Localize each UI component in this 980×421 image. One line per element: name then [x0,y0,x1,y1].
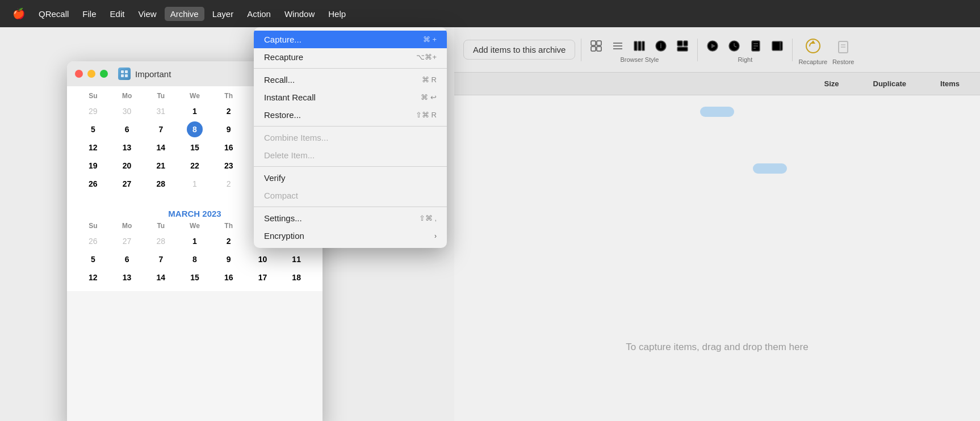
cal-day[interactable]: 15 [187,270,203,285]
cal-day[interactable]: 29 [85,103,101,119]
cal-day[interactable]: 26 [85,233,101,249]
cal-day[interactable]: 6 [119,251,135,267]
cal-day[interactable]: 18 [288,270,304,285]
recapture-icon-btn[interactable] [799,35,827,57]
cal-day[interactable]: 6 [119,121,135,137]
menu-item-capture-label: Capture... [264,35,301,44]
menu-view[interactable]: View [132,7,162,21]
menu-item-compact-label: Compact [264,191,298,200]
chevron-right-icon: › [434,232,437,240]
cal-day[interactable]: 1 [187,103,203,119]
cal-day[interactable]: 20 [119,158,135,174]
svg-rect-6 [597,41,601,45]
menu-layer[interactable]: Layer [207,7,240,21]
cal-day[interactable]: 7 [153,251,169,267]
info-icon-btn[interactable]: i [652,37,670,55]
menu-item-recall[interactable]: Recall... ⌘ R [254,71,447,89]
cal-day[interactable]: 28 [153,233,169,249]
col-header-items: Items [940,79,960,88]
menu-edit[interactable]: Edit [104,7,131,21]
cal-day-today[interactable]: 8 [187,121,203,137]
menu-item-settings-shortcut: ⇧⌘ , [419,214,437,222]
cal-day[interactable]: 19 [85,158,101,174]
cal-day[interactable]: 31 [153,103,169,119]
sidebar-icon-btn[interactable] [768,37,786,55]
menu-item-recapture[interactable]: Recapture ⌥⌘+ [254,48,447,66]
restore-icon-btn[interactable] [830,35,857,57]
cal-day[interactable]: 30 [119,103,135,119]
cal-day[interactable]: 12 [85,270,101,285]
cal-day[interactable]: 11 [288,251,304,267]
cal-day[interactable]: 2 [221,233,237,249]
menu-separator-2 [254,126,447,127]
menubar: 🍎 QRecall File Edit View Archive Layer A… [0,0,980,27]
menu-item-verify[interactable]: Verify [254,169,447,187]
cal-day[interactable]: 17 [254,270,270,285]
cal-day[interactable]: 5 [85,251,101,267]
svg-rect-8 [597,47,601,51]
cal-day[interactable]: 1 [187,233,203,249]
menu-archive[interactable]: Archive [165,7,204,21]
menu-item-recall-shortcut: ⌘ R [422,75,437,84]
right-label: Right [738,56,753,63]
archive-dropdown-menu: Capture... ⌘ + Recapture ⌥⌘+ Recall... ⌘… [254,27,447,248]
grid-icon-btn[interactable] [587,37,605,55]
list-icon-btn[interactable] [609,37,627,55]
minimize-button[interactable] [87,70,95,78]
add-items-button[interactable]: Add items to this archive [463,40,575,60]
cal-day[interactable]: 16 [221,140,237,155]
cal-day[interactable]: 8 [187,251,203,267]
cal-day[interactable]: 5 [85,121,101,137]
play-icon-btn[interactable] [703,37,722,55]
apple-menu[interactable]: 🍎 [7,5,31,22]
cal-day[interactable]: 15 [187,140,203,155]
browser-style-icons: i [587,37,692,55]
menu-item-encryption[interactable]: Encryption › [254,227,447,245]
menu-action[interactable]: Action [241,7,277,21]
cal-day[interactable]: 16 [221,270,237,285]
cal-day[interactable]: 10 [254,251,270,267]
cal-day[interactable]: 27 [119,176,135,192]
menu-item-restore[interactable]: Restore... ⇧⌘ R [254,106,447,124]
content-area: To capture items, drag and drop them her… [454,95,980,421]
cal-day[interactable]: 7 [153,121,169,137]
cal-day[interactable]: 26 [85,176,101,192]
scroll-indicator-top[interactable] [700,107,734,117]
svg-rect-13 [638,41,641,50]
doc-icon-btn[interactable] [747,37,765,55]
cal-day[interactable]: 2 [221,176,237,192]
menu-item-capture[interactable]: Capture... ⌘ + [254,31,447,48]
toolbar-divider-3 [792,39,793,61]
cal-day[interactable]: 14 [153,140,169,155]
svg-rect-7 [591,47,596,51]
scroll-indicator-mid[interactable] [753,163,787,174]
menu-item-instant-recall[interactable]: Instant Recall ⌘ ↩ [254,89,447,106]
svg-rect-5 [591,41,596,45]
cal-day[interactable]: 23 [221,158,237,174]
menu-qrecall[interactable]: QRecall [33,7,74,21]
cal-day[interactable]: 27 [119,233,135,249]
cal-day[interactable]: 9 [221,251,237,267]
maximize-button[interactable] [100,70,108,78]
menu-file[interactable]: File [77,7,102,21]
menu-window[interactable]: Window [279,7,320,21]
cal-day[interactable]: 14 [153,270,169,285]
cal-day[interactable]: 28 [153,176,169,192]
preview-icon-btn[interactable] [673,37,692,55]
cal-day[interactable]: 22 [187,158,203,174]
close-button[interactable] [75,70,83,78]
cal-day[interactable]: 9 [221,121,237,137]
menu-help[interactable]: Help [323,7,351,21]
cal-day[interactable]: 13 [119,270,135,285]
cal-day[interactable]: 1 [187,176,203,192]
cal-day[interactable]: 21 [153,158,169,174]
menu-item-capture-shortcut: ⌘ + [423,35,437,44]
cal-day[interactable]: 2 [221,103,237,119]
cal-day[interactable]: 13 [119,140,135,155]
menu-item-restore-shortcut: ⇧⌘ R [416,111,437,119]
menu-item-settings[interactable]: Settings... ⇧⌘ , [254,209,447,227]
svg-rect-14 [642,41,644,50]
columns-icon-btn[interactable] [630,37,648,55]
cal-day[interactable]: 12 [85,140,101,155]
clock-icon-btn[interactable] [725,37,743,55]
